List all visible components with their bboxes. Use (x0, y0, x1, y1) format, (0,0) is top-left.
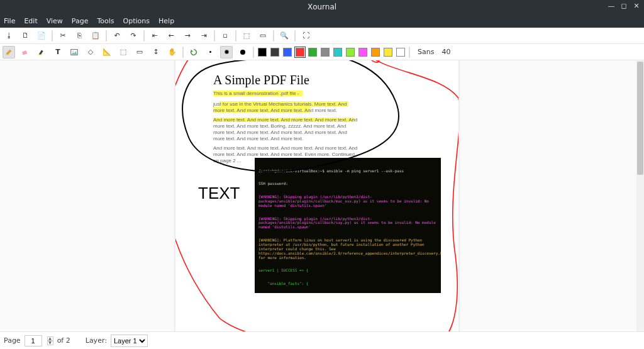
image-icon (70, 48, 79, 57)
toolbar-file: ⭳ 🗋 📄 ✂ ⎘ 📋 ↶ ↷ ⇤ ← → ⇥ ▫ ⬚ ▭ 🔍 ⛶ (0, 28, 644, 44)
vertical-scrollbar[interactable] (636, 60, 644, 331)
color-white[interactable] (396, 48, 405, 57)
color-black[interactable] (258, 48, 267, 57)
eraser-icon (21, 48, 30, 57)
term-line: [WARNING]: Skipping plugin (/usr/lib/pyt… (258, 195, 437, 208)
page-spinner[interactable]: ▲▼ (47, 336, 53, 345)
menu-options[interactable]: Options (123, 17, 150, 25)
svg-point-3 (72, 50, 74, 52)
page-total-label: of 2 (57, 336, 70, 345)
cut-button[interactable]: ✂ (57, 30, 69, 42)
zoom-out-button[interactable]: ▫ (219, 30, 231, 42)
zoom-in-button[interactable]: 🔍 (278, 30, 291, 42)
menu-page[interactable]: Page (72, 17, 89, 25)
save-button[interactable]: ⭳ (3, 30, 15, 42)
svg-rect-0 (22, 50, 27, 55)
open-button[interactable]: 🗋 (19, 30, 31, 42)
paste-button[interactable]: 📋 (89, 30, 102, 42)
separator (409, 47, 410, 58)
term-line: SSH password: (258, 182, 437, 186)
separator (273, 30, 274, 42)
color-gray[interactable] (321, 48, 330, 57)
separator (143, 30, 145, 42)
redo-button[interactable]: ↷ (127, 30, 140, 42)
fit-page-button[interactable]: ⬚ (240, 30, 253, 42)
pen-medium[interactable] (220, 46, 233, 58)
highlighter-icon (37, 48, 46, 57)
scrollbar-thumb[interactable] (637, 62, 643, 175)
separator (214, 30, 215, 42)
text-tool[interactable]: T (52, 46, 64, 58)
color-green[interactable] (308, 48, 317, 57)
color-red[interactable] (296, 48, 304, 57)
default-pen-button[interactable] (187, 46, 200, 58)
image-tool[interactable] (68, 46, 80, 58)
color-darkgray[interactable] (270, 48, 279, 57)
canvas-area[interactable]: A Simple PDF File This is a small demons… (0, 60, 644, 331)
inserted-image-terminal[interactable]: derrick@derrick-VirtualBox:~$ ansible -m… (255, 158, 441, 293)
pdf-title: A Simple PDF File (213, 73, 309, 87)
pdf-body-1: This is a small demonstration .pdf file … (213, 91, 364, 97)
first-page-button[interactable]: ⇤ (148, 30, 161, 42)
menu-tools[interactable]: Tools (97, 17, 114, 25)
text-annotation[interactable]: TEXT (198, 184, 240, 203)
svg-rect-1 (38, 54, 42, 55)
titlebar: Xournal — ◻ ✕ (0, 0, 644, 14)
pdf-body-3: And more text. And more text. And more t… (213, 117, 358, 142)
copy-button[interactable]: ⎘ (73, 30, 86, 42)
ruler-tool[interactable]: 📐 (101, 46, 113, 58)
select-region-tool[interactable]: ⬚ (117, 46, 130, 58)
last-page-button[interactable]: ⇥ (197, 30, 210, 42)
toolbar-tools: T ◇ 📐 ⬚ ▭ ↕ ✋ Sans 40 (0, 44, 644, 60)
color-orange[interactable] (371, 48, 380, 57)
page[interactable]: A Simple PDF File This is a small demons… (175, 60, 458, 331)
separator (182, 47, 184, 58)
separator (106, 30, 107, 42)
color-magenta[interactable] (358, 48, 367, 57)
menubar: File Edit View Page Tools Options Help (0, 14, 644, 28)
term-line: server1 | SUCCESS => { (258, 269, 437, 273)
pen-thick[interactable] (236, 46, 249, 58)
separator (235, 30, 236, 42)
color-yellow[interactable] (384, 48, 392, 57)
vertical-space-tool[interactable]: ↕ (150, 46, 162, 58)
term-line: derrick@derrick-VirtualBox:~$ ansible -m… (258, 169, 437, 174)
minimize-button[interactable]: — (608, 2, 615, 9)
pen-tool[interactable] (3, 46, 15, 58)
undo-button[interactable]: ↶ (111, 30, 123, 42)
fit-width-button[interactable]: ▭ (257, 30, 269, 42)
font-family-label[interactable]: Sans (418, 48, 434, 56)
menu-help[interactable]: Help (158, 17, 174, 25)
font-size-label[interactable]: 40 (441, 48, 450, 56)
pen-thin[interactable] (204, 46, 216, 58)
app-title: Xournal (308, 3, 336, 11)
next-page-button[interactable]: → (181, 30, 194, 42)
shape-recognizer-tool[interactable]: ◇ (84, 46, 97, 58)
chevron-down-icon[interactable]: ▼ (47, 341, 53, 345)
layer-select[interactable]: Layer 1 (111, 335, 148, 347)
separator (294, 30, 296, 42)
term-line: [WARNING]: Platform linux on host server… (258, 238, 437, 260)
prev-page-button[interactable]: ← (165, 30, 177, 42)
close-button[interactable]: ✕ (633, 2, 640, 9)
layer-label: Layer: (86, 336, 107, 345)
statusbar: Page ▲▼ of 2 Layer: Layer 1 (0, 331, 644, 349)
color-cyan[interactable] (333, 48, 342, 57)
term-line: [WARNING]: Skipping plugin (/usr/lib/pyt… (258, 217, 437, 230)
menu-view[interactable]: View (47, 17, 63, 25)
eraser-tool[interactable] (19, 46, 31, 58)
color-lightgreen[interactable] (346, 48, 355, 57)
maximize-button[interactable]: ◻ (620, 2, 628, 9)
fullscreen-button[interactable]: ⛶ (299, 30, 312, 42)
separator (253, 47, 254, 58)
hand-tool[interactable]: ✋ (166, 46, 179, 58)
highlighter-tool[interactable] (35, 46, 48, 58)
reset-icon (189, 48, 198, 57)
menu-edit[interactable]: Edit (24, 17, 37, 25)
new-button[interactable]: 📄 (35, 30, 48, 42)
select-rect-tool[interactable]: ▭ (133, 46, 146, 58)
page-number-input[interactable] (25, 335, 42, 346)
color-blue[interactable] (283, 48, 292, 57)
separator (52, 30, 53, 42)
menu-file[interactable]: File (4, 17, 15, 25)
